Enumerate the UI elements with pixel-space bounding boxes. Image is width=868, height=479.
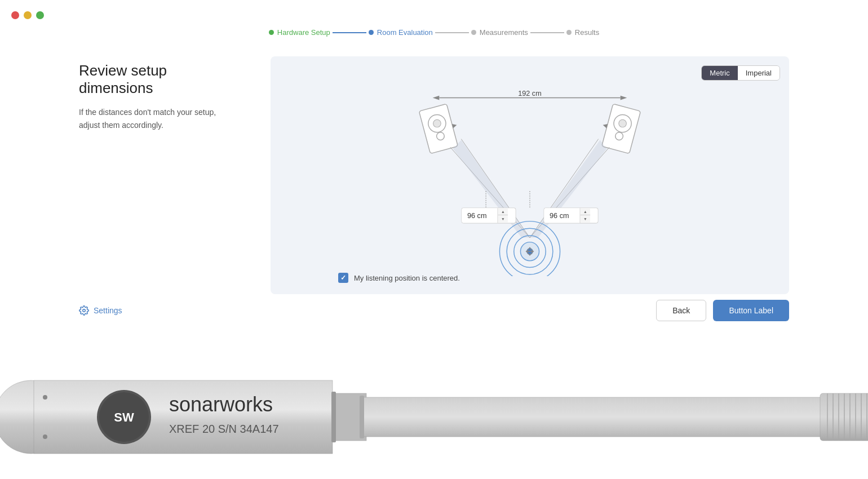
- step-line-2: [435, 32, 469, 33]
- microphone-svg: SW sonarworks XREF 20 S/N 34A147: [0, 349, 868, 479]
- svg-text:SW: SW: [114, 410, 134, 424]
- left-distance-spinners: ▲ ▼: [498, 208, 508, 223]
- step-label-hardware: Hardware Setup: [277, 28, 330, 37]
- progress-bar: Hardware Setup Room Evaluation Measureme…: [0, 28, 868, 37]
- right-distance-down[interactable]: ▼: [581, 215, 591, 223]
- svg-rect-31: [34, 380, 333, 454]
- unit-imperial-button[interactable]: Imperial: [738, 66, 780, 80]
- centered-label: My listening position is centered.: [354, 274, 460, 282]
- svg-rect-33: [361, 397, 823, 437]
- step-line-3: [530, 32, 564, 33]
- svg-point-29: [83, 309, 86, 312]
- gear-icon: [79, 305, 89, 316]
- svg-marker-2: [621, 96, 627, 100]
- svg-text:192 cm: 192 cm: [518, 90, 541, 97]
- right-distance-up[interactable]: ▲: [581, 208, 591, 215]
- unit-toggle: Metric Imperial: [701, 65, 780, 81]
- svg-rect-4: [419, 104, 458, 153]
- traffic-light-red[interactable]: [11, 11, 19, 19]
- back-button[interactable]: Back: [656, 300, 706, 321]
- step-dot-measurements: [471, 30, 476, 35]
- bottom-actions: Settings Back Button Label: [0, 300, 868, 321]
- step-label-measurements: Measurements: [480, 28, 528, 37]
- step-label-results: Results: [575, 28, 599, 37]
- svg-rect-9: [602, 104, 641, 153]
- step-dot-hardware: [269, 30, 274, 35]
- left-distance-down[interactable]: ▼: [498, 215, 508, 223]
- right-distance-spinners: ▲ ▼: [580, 208, 591, 223]
- centered-checkbox[interactable]: [338, 273, 348, 283]
- section-title: Review setupdimensions: [79, 62, 237, 97]
- svg-point-44: [43, 434, 47, 439]
- unit-metric-button[interactable]: Metric: [702, 66, 737, 80]
- svg-rect-51: [360, 396, 364, 438]
- step-results: Results: [566, 28, 599, 37]
- primary-button[interactable]: Button Label: [713, 300, 789, 321]
- section-description: If the distances don't match your setup,…: [79, 106, 237, 131]
- traffic-light-yellow[interactable]: [24, 11, 32, 19]
- traffic-lights: [11, 11, 44, 19]
- left-distance-input[interactable]: ▲ ▼: [461, 207, 516, 223]
- left-distance-up[interactable]: ▲: [498, 208, 508, 215]
- step-measurements: Measurements: [471, 28, 528, 37]
- left-panel: Review setupdimensions If the distances …: [79, 56, 237, 294]
- step-dot-room: [369, 30, 374, 35]
- svg-marker-1: [433, 96, 440, 100]
- microphone-image: SW sonarworks XREF 20 S/N 34A147: [0, 349, 868, 479]
- step-room-evaluation: Room Evaluation: [369, 28, 433, 37]
- speaker-diagram-svg: 192 cm: [282, 68, 778, 276]
- step-label-room: Room Evaluation: [377, 28, 433, 37]
- settings-link[interactable]: Settings: [79, 305, 122, 316]
- svg-point-43: [43, 395, 47, 400]
- diagram-panel: Metric Imperial 192 cm: [271, 56, 789, 294]
- svg-text:sonarworks: sonarworks: [169, 393, 273, 416]
- step-line-1: [333, 32, 366, 33]
- traffic-light-green[interactable]: [36, 11, 44, 19]
- settings-label: Settings: [94, 306, 122, 315]
- svg-text:XREF 20     S/N 34A147: XREF 20 S/N 34A147: [169, 423, 279, 435]
- right-distance-input[interactable]: ▲ ▼: [543, 207, 598, 223]
- svg-rect-50: [331, 392, 336, 442]
- step-dot-results: [566, 30, 572, 35]
- left-distance-value[interactable]: [462, 208, 497, 223]
- step-hardware-setup: Hardware Setup: [269, 28, 330, 37]
- main-content: Review setupdimensions If the distances …: [0, 56, 868, 294]
- action-buttons: Back Button Label: [656, 300, 789, 321]
- right-distance-value[interactable]: [544, 208, 579, 223]
